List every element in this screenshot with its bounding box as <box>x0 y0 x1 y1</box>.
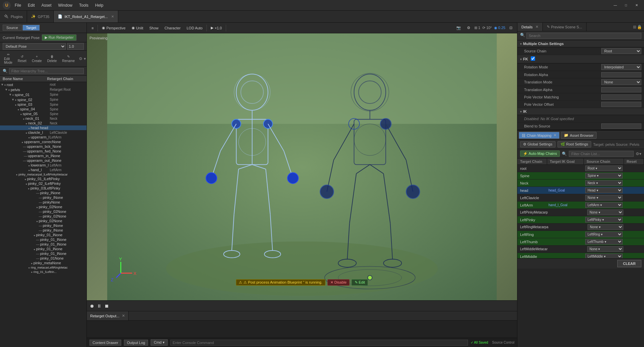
output-log-button[interactable]: Output Log <box>124 340 148 346</box>
menu-edit[interactable]: Edit <box>26 2 36 8</box>
target-button[interactable]: Target <box>22 25 40 31</box>
bone-neck02[interactable]: ⬥ neck_02 Neck <box>0 121 87 125</box>
root-settings-button[interactable]: 🌿 Root Settings <box>557 141 591 147</box>
chain-row-spine[interactable]: Spine Spine ▾ <box>517 172 644 180</box>
chain-row-leftpinky[interactable]: LeftPinky LeftPinky ▾ <box>517 216 644 224</box>
menu-asset[interactable]: Asset <box>40 2 53 8</box>
rotation-mode-select[interactable]: Interpolated <box>601 64 641 70</box>
translation-mode-select[interactable]: None <box>601 79 641 85</box>
details-tab[interactable]: Details ✕ <box>517 23 543 31</box>
viewport-menu-button[interactable]: ≡ <box>90 25 96 31</box>
bone-spine04[interactable]: ⬥ spine_04 Spine <box>0 107 87 111</box>
chain-source-select[interactable]: LeftArm ▾ <box>585 202 623 208</box>
chain-source-cell[interactable]: None ▾ <box>586 224 625 231</box>
edit-mode-button[interactable]: ✏ Edit Mode <box>3 52 14 65</box>
chain-source-select[interactable]: LeftThumb ▾ <box>585 239 623 245</box>
cmd-button[interactable]: Cmd ▾ <box>151 339 167 346</box>
play-button[interactable]: ▶ ×1.0 <box>209 25 224 31</box>
bone-list-item-11[interactable]: — pinky_01_lNone <box>0 237 87 242</box>
record-button[interactable]: ⏺ <box>90 303 94 309</box>
bone-list-item-13[interactable]: ⬥ pinky_01_lNone <box>0 247 87 251</box>
fk-enabled-checkbox[interactable] <box>531 56 535 61</box>
asset-browser-tab[interactable]: 📁 Asset Browser <box>561 132 597 139</box>
bone-list-item-9[interactable]: — pinky_lNone <box>0 228 87 233</box>
tab-gpt35[interactable]: ✨ GPT35 <box>27 11 54 22</box>
viewport-options-button[interactable]: ⚙ <box>465 25 472 31</box>
bone-upperarm-bck[interactable]: — upperarm_bck_None <box>0 144 87 149</box>
source-chain-select[interactable]: Root <box>601 48 641 54</box>
bone-spine03[interactable]: ⬥ spine_03 Spine <box>0 102 87 107</box>
bone-list-item-8[interactable]: — pinky_lNone <box>0 223 87 228</box>
chain-source-select[interactable]: None ▾ <box>585 195 623 201</box>
bone-upperarm[interactable]: ⬥ upperarm_l LeftArm <box>0 135 87 139</box>
bone-filter-input[interactable] <box>9 68 84 74</box>
maximize-button[interactable]: □ <box>621 2 631 9</box>
chain-source-select[interactable]: LeftMiddle ▾ <box>585 254 623 258</box>
bone-neck01[interactable]: ⬥ neck_01 Neck <box>0 116 87 121</box>
fk-section-header[interactable]: ▾ FK <box>517 55 644 63</box>
bone-spine05[interactable]: ⬥ spine_05 Spine <box>0 111 87 116</box>
chain-mapping-tab[interactable]: ⛓ Chain Mapping ✕ <box>519 132 559 139</box>
unlit-button[interactable]: ◉ Unlit <box>130 25 145 31</box>
bone-upperarm-none1[interactable]: ⬥ upperarm_correcNone <box>0 139 87 144</box>
chain-row-neck[interactable]: Neck Neck ▾ <box>517 180 644 187</box>
filter-settings-icon[interactable]: ⚙ <box>79 56 83 61</box>
chain-row-leftmiddle[interactable]: LeftMiddle LeftMiddle ▾ <box>517 253 644 258</box>
close-button[interactable]: ✕ <box>632 2 641 9</box>
blend-to-source-input[interactable]: 0.0 <box>601 123 641 129</box>
bone-pinky-meta-none[interactable]: ⬥ pinky_metaNone <box>0 261 87 265</box>
rotation-alpha-input[interactable]: 1.0 <box>601 72 641 77</box>
bone-lowerarm[interactable]: ⬥ lowerarm_l LeftArm <box>0 163 87 167</box>
bone-list-item-3[interactable]: — pinkyNone <box>0 200 87 205</box>
chain-row-leftthumb[interactable]: LeftThumb LeftThumb ▾ <box>517 238 644 246</box>
details-lock-icon[interactable]: 🔒 <box>637 25 642 29</box>
bone-upperarm-in[interactable]: — upperarm_in_lNone <box>0 153 87 158</box>
chain-source-select[interactable]: None ▾ <box>587 246 623 252</box>
edit-animation-button[interactable]: ✎ Edit <box>352 279 368 286</box>
chain-source-cell[interactable]: Root ▾ <box>584 165 624 172</box>
bone-spine02[interactable]: ▾ ⬥ spine_02 Spine <box>0 97 87 102</box>
chain-source-select[interactable]: LeftRing ▾ <box>585 232 623 237</box>
global-settings-button[interactable]: ⚙ Global Settings <box>520 141 555 147</box>
chain-source-cell[interactable]: Head ▾ <box>584 187 624 194</box>
bone-list-item-1[interactable]: — pinky_lNone <box>0 191 87 195</box>
bone-list-item-4[interactable]: ⬥ pinky_02None <box>0 205 87 209</box>
chain-source-cell[interactable]: LeftRing ▾ <box>584 231 624 238</box>
chain-row-head[interactable]: head head_Goal Head ▾ <box>517 187 644 194</box>
bone-list-item-7[interactable]: ⬥ pinky_02None <box>0 219 87 223</box>
fk-checkbox[interactable] <box>531 56 535 62</box>
chain-source-select[interactable]: Neck ▾ <box>585 180 623 186</box>
bone-spine01[interactable]: ▾ ⬥ spine_01 Spine <box>0 92 87 97</box>
delete-button[interactable]: 🗑 Delete <box>46 54 58 63</box>
details-search-input[interactable] <box>526 33 641 39</box>
chain-source-select[interactable]: None ▾ <box>588 224 623 230</box>
bone-hand[interactable]: ⬥ hand_l LeftArm <box>0 167 87 172</box>
chain-source-cell[interactable]: LeftMiddle ▾ <box>584 253 624 258</box>
pose-select[interactable]: Default Pose <box>3 43 66 50</box>
chain-source-cell[interactable]: LeftThumb ▾ <box>584 238 624 245</box>
chain-source-select[interactable]: LeftPinky ▾ <box>585 217 623 223</box>
chain-source-select[interactable]: None ▾ <box>587 210 623 215</box>
perspective-button[interactable]: ◉ Perspective <box>100 25 127 31</box>
chain-source-cell[interactable]: None ▾ <box>586 209 625 216</box>
bone-pinky02[interactable]: ⬥ pinky_02_lLeftPinky <box>0 181 87 186</box>
bone-pinky01[interactable]: ⬥ pinky_01_lLeftPinky <box>0 177 87 181</box>
translation-alpha-input[interactable]: 1.0 <box>601 87 641 92</box>
bone-upperarm-out[interactable]: — upperarm_out_lNone <box>0 158 87 163</box>
chain-source-select[interactable]: Head ▾ <box>585 188 623 193</box>
auto-map-button[interactable]: ⚡ Auto-Map Chains <box>520 150 560 157</box>
menu-file[interactable]: File <box>13 2 22 8</box>
chain-source-select[interactable]: Spine ▾ <box>585 173 623 179</box>
pole-vector-offset-input[interactable]: 0.0 <box>601 102 641 107</box>
bone-head[interactable]: ⬥ head head <box>0 125 87 130</box>
clear-button[interactable]: CLEAR <box>617 260 641 267</box>
character-button[interactable]: Character <box>162 25 182 31</box>
chain-row-leftarm[interactable]: LeftArm hand_l_Goal LeftArm ▾ <box>517 202 644 209</box>
rename-button[interactable]: ✎ Rename <box>61 54 76 63</box>
reset-button[interactable]: ↺ Reset <box>16 54 28 63</box>
filter-expand-icon[interactable]: ▾ <box>84 56 86 61</box>
menu-help[interactable]: Help <box>94 2 105 8</box>
run-retargeter-button[interactable]: ▶ Run Retargeter <box>42 34 76 41</box>
retarget-output-tab[interactable]: Retarget Output... ✕ <box>87 311 129 320</box>
chain-source-cell[interactable]: Spine ▾ <box>584 172 624 179</box>
